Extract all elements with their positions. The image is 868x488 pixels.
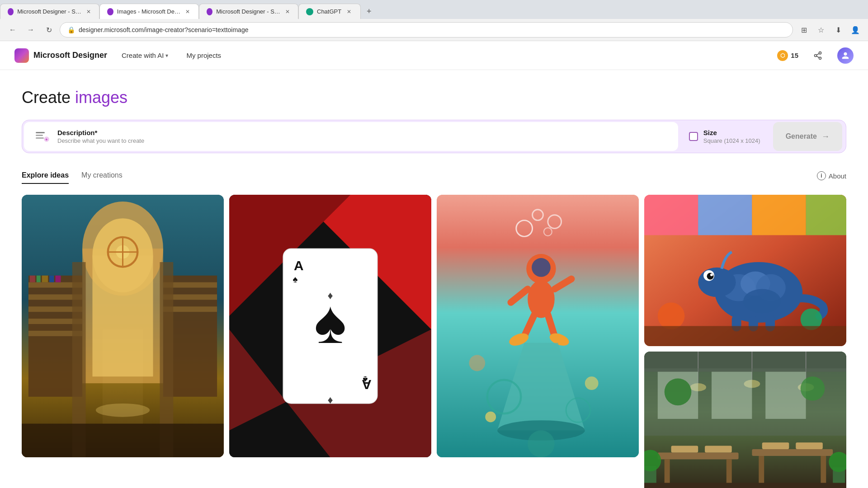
tab-title-3: Microsoft Designer - Stunning [216,8,280,15]
svg-rect-74 [644,195,698,235]
title-prefix: Create [22,88,75,107]
account-avatar[interactable] [837,47,854,64]
svg-rect-110 [752,449,833,456]
create-with-ai-nav[interactable]: Create with AI ▾ [118,50,172,61]
logo-icon [14,48,29,63]
browser-tab-2[interactable]: Images - Microsoft Designer ✕ [99,4,199,19]
tab-close-4[interactable]: ✕ [345,8,353,16]
create-bar: ✦ Description* Describe what you want to… [22,120,846,153]
generate-label: Generate [786,132,817,141]
tab-favicon-1 [8,8,14,15]
svg-rect-103 [712,372,752,419]
image-armadillo [644,195,846,346]
svg-text:♦: ♦ [327,289,333,301]
downloads-icon[interactable]: ⬇ [831,23,845,37]
chevron-down-icon: ▾ [165,52,168,59]
svg-rect-117 [644,483,846,488]
svg-rect-111 [759,456,764,486]
my-projects-label: My projects [186,52,221,59]
svg-rect-6 [36,135,43,136]
address-bar-row: ← → ↻ 🔒 designer.microsoft.com/image-cre… [0,19,868,41]
image-card-office[interactable] [644,352,846,488]
share-button[interactable] [809,47,826,64]
image-card-diver[interactable] [437,195,639,488]
browser-tab-4[interactable]: ChatGPT ✕ [298,4,361,19]
about-button[interactable]: i About [817,171,846,180]
image-office [644,352,846,488]
svg-text:A: A [294,258,304,273]
size-section[interactable]: Size Square (1024 x 1024) [678,122,771,151]
favorites-icon[interactable]: ☆ [814,23,828,37]
back-button[interactable]: ← [5,23,20,37]
forward-button[interactable]: → [24,23,38,37]
address-bar[interactable]: 🔒 designer.microsoft.com/image-creator?s… [60,22,793,38]
svg-point-105 [665,379,692,406]
tab-close-3[interactable]: ✕ [284,8,291,16]
profile-icon[interactable]: 👤 [848,23,863,37]
svg-rect-5 [36,132,45,133]
image-card-playing-card[interactable]: ♠ A ♠ A ♠ ♦ ♦ [229,195,431,488]
coin-icon: ⬡ [777,50,788,61]
my-projects-nav[interactable]: My projects [183,50,225,61]
svg-point-58 [528,280,555,318]
extensions-icon[interactable]: ⊞ [797,23,811,37]
svg-text:✦: ✦ [45,137,48,142]
image-diver [437,195,639,457]
toolbar-icons: ⊞ ☆ ⬇ 👤 [797,23,863,37]
reload-button[interactable]: ↻ [42,23,56,37]
tabs-row: Explore ideas My creations i About [22,168,846,184]
description-section[interactable]: ✦ Description* Describe what you want to… [24,122,678,151]
description-title: Description* [57,129,144,136]
tab-explore-ideas[interactable]: Explore ideas [22,168,69,184]
tab-close-1[interactable]: ✕ [85,8,92,16]
svg-rect-104 [765,372,806,419]
svg-point-2 [819,57,821,59]
coin-badge: ⬡ 15 [777,50,798,61]
svg-point-1 [815,54,817,56]
size-checkbox[interactable] [689,132,698,141]
create-with-ai-label: Create with AI [122,52,164,59]
image-card-armadillo[interactable] [644,195,846,346]
description-labels: Description* Describe what you want to c… [57,129,144,144]
url-text: designer.microsoft.com/image-creator?sce… [79,26,785,33]
svg-rect-77 [806,195,846,235]
svg-rect-76 [752,195,806,235]
column-right [644,195,846,488]
tab-my-creations[interactable]: My creations [81,168,123,184]
tab-close-2[interactable]: ✕ [184,8,191,16]
tab-favicon-3 [207,8,212,15]
image-card-library[interactable] [22,195,224,488]
about-label: About [829,172,846,180]
browser-chrome: Microsoft Designer - Stunning ✕ Images -… [0,0,868,41]
svg-rect-26 [37,276,41,282]
tab-explore-label: Explore ideas [22,171,69,179]
svg-point-82 [743,289,781,314]
title-accent: images [75,88,127,107]
generate-button[interactable]: Generate → [773,122,842,151]
svg-rect-36 [22,424,224,457]
svg-point-72 [469,355,486,371]
svg-rect-75 [698,195,752,235]
svg-point-90 [658,302,685,329]
browser-tab-1[interactable]: Microsoft Designer - Stunning ✕ [0,4,99,19]
tab-favicon-2 [107,8,113,15]
svg-rect-25 [30,276,35,282]
svg-rect-114 [705,446,732,453]
svg-rect-28 [49,276,54,282]
svg-rect-107 [658,453,739,460]
page-title: Create images [22,88,846,107]
app-logo[interactable]: Microsoft Designer [14,48,107,63]
svg-rect-113 [671,446,698,453]
svg-rect-92 [644,326,846,347]
svg-point-57 [532,258,551,277]
browser-tab-3[interactable]: Microsoft Designer - Stunning ✕ [199,4,298,19]
tabs-left: Explore ideas My creations [22,168,135,184]
new-tab-button[interactable]: + [363,5,375,18]
tab-creations-label: My creations [81,171,123,179]
svg-line-3 [816,56,819,57]
size-labels: Size Square (1024 x 1024) [703,129,760,144]
svg-rect-115 [762,442,789,449]
svg-point-86 [710,273,713,276]
main-content: Create images ✦ Description* Describe wh… [0,70,868,488]
svg-point-83 [698,267,736,297]
